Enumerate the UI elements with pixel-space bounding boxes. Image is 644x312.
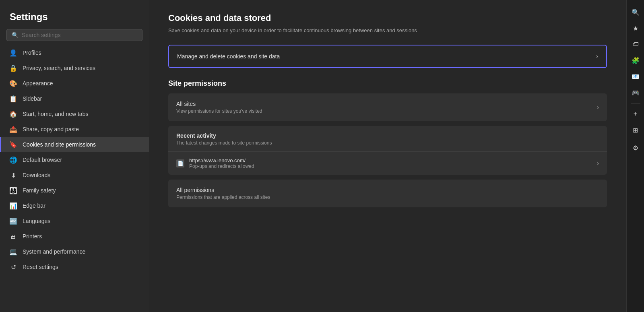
share-copy-icon: 📤 — [10, 126, 17, 133]
sidebar-item-label-default-browser: Default browser — [23, 157, 62, 163]
right-toolbar: 🔍★🏷🧩📧🎮+⊞⚙ — [626, 0, 644, 312]
appearance-icon: 🎨 — [10, 80, 17, 87]
site-permissions-title: Site permissions — [168, 79, 607, 88]
recent-activity-desc: The latest changes made to site permissi… — [176, 140, 599, 150]
sidebar-item-profiles[interactable]: 👤Profiles — [0, 45, 149, 60]
downloads-icon: ⬇ — [10, 171, 17, 179]
sidebar-item-label-cookies: Cookies and site permissions — [23, 141, 96, 148]
sidebar-item-label-downloads: Downloads — [23, 172, 50, 178]
site-url: https://www.lenovo.com/ — [189, 157, 254, 163]
chevron-right-icon: › — [597, 104, 599, 111]
all-sites-card[interactable]: All sites View permissions for sites you… — [168, 93, 607, 121]
sidebar-item-family-safety[interactable]: 👨‍👩‍👧Family safety — [0, 183, 149, 198]
sidebar: Settings 🔍 👤Profiles🔒Privacy, search, an… — [0, 0, 149, 312]
sidebar-item-printers[interactable]: 🖨Printers — [0, 229, 149, 244]
all-sites-item[interactable]: All sites View permissions for sites you… — [168, 93, 607, 121]
site-permission-desc: Pop-ups and redirects allowed — [189, 163, 254, 169]
sidebar-item-languages[interactable]: 🔤Languages — [0, 213, 149, 229]
sidebar-item-privacy[interactable]: 🔒Privacy, search, and services — [0, 60, 149, 76]
settings-title: Settings — [0, 0, 149, 29]
default-browser-icon: 🌐 — [10, 156, 17, 163]
sidebar-item-share-copy[interactable]: 📤Share, copy and paste — [0, 122, 149, 137]
sidebar-item-label-reset: Reset settings — [23, 264, 58, 270]
all-permissions-item[interactable]: All permissions Permissions that are app… — [168, 180, 607, 207]
sidebar-item-label-edge-bar: Edge bar — [23, 202, 45, 209]
toolbar-split-screen-button[interactable]: ⊞ — [628, 123, 643, 137]
sidebar-nav: 👤Profiles🔒Privacy, search, and services🎨… — [0, 45, 149, 275]
search-icon: 🔍 — [12, 32, 19, 38]
recent-activity-label: Recent activity — [176, 132, 599, 139]
sidebar-item-appearance[interactable]: 🎨Appearance — [0, 76, 149, 91]
manage-cookies-label: Manage and delete cookies and site data — [177, 53, 280, 60]
site-favicon: 📄 — [176, 159, 184, 167]
cookies-icon: 🔖 — [10, 141, 17, 148]
page-subtitle: Save cookies and data on your device in … — [168, 27, 607, 33]
chevron-right-icon: › — [596, 53, 598, 60]
toolbar-extensions-button[interactable]: 🧩 — [628, 53, 643, 68]
sidebar-item-edge-bar[interactable]: 📊Edge bar — [0, 198, 149, 213]
toolbar-add-button[interactable]: + — [628, 107, 643, 121]
sidebar-icon: 📋 — [10, 95, 17, 102]
toolbar-favorites-button[interactable]: ★ — [628, 21, 643, 35]
sidebar-item-label-privacy: Privacy, search, and services — [23, 65, 95, 71]
all-permissions-label: All permissions — [176, 187, 270, 193]
privacy-icon: 🔒 — [10, 64, 17, 72]
sidebar-item-label-family-safety: Family safety — [23, 187, 56, 194]
reset-icon: ↺ — [10, 263, 17, 271]
sidebar-item-label-languages: Languages — [23, 218, 50, 224]
manage-cookies-card[interactable]: Manage and delete cookies and site data … — [168, 45, 607, 68]
search-input[interactable] — [22, 32, 137, 38]
sidebar-item-label-start-home: Start, home, and new tabs — [23, 111, 88, 117]
sidebar-item-sidebar[interactable]: 📋Sidebar — [0, 91, 149, 106]
sidebar-item-label-printers: Printers — [23, 233, 42, 240]
all-permissions-card[interactable]: All permissions Permissions that are app… — [168, 180, 607, 207]
toolbar-games-button[interactable]: 🎮 — [628, 85, 643, 100]
toolbar-search-button[interactable]: 🔍 — [628, 5, 643, 19]
sidebar-item-downloads[interactable]: ⬇Downloads — [0, 167, 149, 183]
manage-cookies-item[interactable]: Manage and delete cookies and site data … — [169, 45, 606, 67]
profiles-icon: 👤 — [10, 49, 17, 56]
languages-icon: 🔤 — [10, 217, 17, 225]
recent-activity-header: Recent activity The latest changes made … — [168, 126, 607, 151]
toolbar-outlook-button[interactable]: 📧 — [628, 69, 643, 84]
all-sites-desc: View permissions for sites you've visite… — [176, 108, 262, 114]
chevron-right-icon: › — [597, 160, 599, 167]
toolbar-settings-gear-button[interactable]: ⚙ — [628, 141, 643, 155]
lenovo-site-row[interactable]: 📄 https://www.lenovo.com/ Pop-ups and re… — [168, 152, 607, 175]
sidebar-item-start-home[interactable]: 🏠Start, home, and new tabs — [0, 106, 149, 122]
sidebar-item-label-appearance: Appearance — [23, 80, 53, 87]
toolbar-divider — [631, 103, 640, 103]
family-safety-icon: 👨‍👩‍👧 — [10, 187, 17, 194]
sidebar-item-reset[interactable]: ↺Reset settings — [0, 259, 149, 275]
system-icon: 💻 — [10, 248, 17, 255]
toolbar-collections-button[interactable]: 🏷 — [628, 37, 643, 52]
sidebar-item-label-sidebar: Sidebar — [23, 95, 42, 102]
start-home-icon: 🏠 — [10, 110, 17, 118]
sidebar-item-cookies[interactable]: 🔖Cookies and site permissions — [0, 137, 149, 152]
sidebar-item-label-share-copy: Share, copy and paste — [23, 126, 79, 132]
recent-activity-card: Recent activity The latest changes made … — [168, 126, 607, 175]
edge-bar-icon: 📊 — [10, 202, 17, 209]
printers-icon: 🖨 — [10, 233, 17, 240]
sidebar-item-label-profiles: Profiles — [23, 50, 41, 56]
main-content: Cookies and data stored Save cookies and… — [149, 0, 626, 312]
page-title: Cookies and data stored — [168, 13, 607, 23]
all-permissions-desc: Permissions that are applied across all … — [176, 194, 270, 200]
site-info: 📄 https://www.lenovo.com/ Pop-ups and re… — [176, 157, 254, 169]
search-box[interactable]: 🔍 — [6, 29, 142, 41]
sidebar-item-label-system: System and performance — [23, 248, 85, 255]
sidebar-item-default-browser[interactable]: 🌐Default browser — [0, 152, 149, 167]
all-sites-label: All sites — [176, 101, 262, 107]
sidebar-item-system[interactable]: 💻System and performance — [0, 244, 149, 259]
